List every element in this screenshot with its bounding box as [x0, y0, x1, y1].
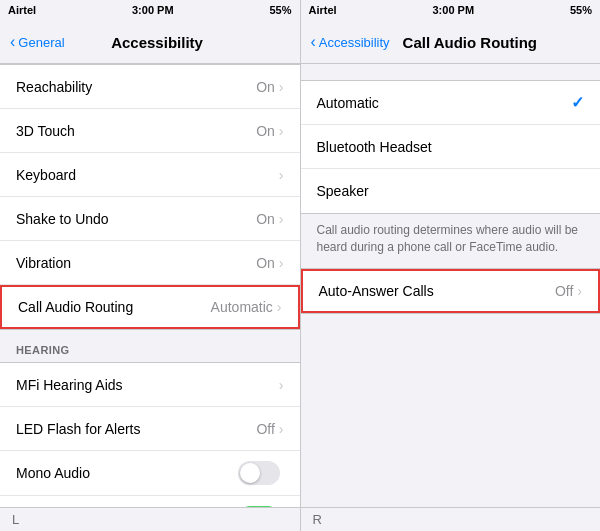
auto-answer-chevron: ›: [577, 283, 582, 299]
right-audio-group: Automatic ✓ Bluetooth Headset Speaker: [301, 80, 601, 214]
auto-answer-row[interactable]: Auto-Answer Calls Off ›: [301, 269, 601, 313]
left-settings-list: Reachability On › 3D Touch On › Keyboard…: [0, 64, 300, 507]
vibration-row[interactable]: Vibration On ›: [0, 241, 300, 285]
speaker-row[interactable]: Speaker: [301, 169, 601, 213]
hearing-group: MFi Hearing Aids › LED Flash for Alerts …: [0, 362, 300, 507]
call-audio-routing-chevron: ›: [277, 299, 282, 315]
right-back-chevron: ‹: [311, 34, 316, 50]
keyboard-chevron: ›: [279, 167, 284, 183]
mono-audio-row[interactable]: Mono Audio: [0, 451, 300, 496]
led-flash-value: Off: [256, 421, 274, 437]
noise-cancel-toggle[interactable]: [238, 506, 280, 507]
left-nav-bar: ‹ General Accessibility: [0, 20, 300, 64]
right-bottom-label: R: [313, 512, 322, 527]
automatic-row[interactable]: Automatic ✓: [301, 81, 601, 125]
automatic-checkmark: ✓: [571, 93, 584, 112]
left-battery: 55%: [269, 4, 291, 16]
led-flash-label: LED Flash for Alerts: [16, 421, 256, 437]
auto-answer-value: Off: [555, 283, 573, 299]
right-carrier: Airtel: [309, 4, 337, 16]
shake-undo-value: On: [256, 211, 275, 227]
vibration-label: Vibration: [16, 255, 256, 271]
shake-undo-chevron: ›: [279, 211, 284, 227]
left-bottom-bar: L: [0, 507, 300, 531]
3dtouch-row[interactable]: 3D Touch On ›: [0, 109, 300, 153]
right-info-text: Call audio routing determines where audi…: [301, 214, 601, 268]
automatic-label: Automatic: [317, 95, 572, 111]
shake-undo-label: Shake to Undo: [16, 211, 256, 227]
left-bottom-label: L: [12, 512, 19, 527]
led-flash-row[interactable]: LED Flash for Alerts Off ›: [0, 407, 300, 451]
right-answer-group: Auto-Answer Calls Off ›: [301, 268, 601, 314]
mfi-hearing-row[interactable]: MFi Hearing Aids ›: [0, 363, 300, 407]
reachability-value: On: [256, 79, 275, 95]
left-status-bar: Airtel 3:00 PM 55%: [0, 0, 300, 20]
led-flash-chevron: ›: [279, 421, 284, 437]
reachability-row[interactable]: Reachability On ›: [0, 65, 300, 109]
vibration-chevron: ›: [279, 255, 284, 271]
3dtouch-chevron: ›: [279, 123, 284, 139]
right-battery: 55%: [570, 4, 592, 16]
vibration-value: On: [256, 255, 275, 271]
right-panel: ‹ Accessibility Call Audio Routing Autom…: [301, 20, 601, 531]
bluetooth-headset-label: Bluetooth Headset: [317, 139, 585, 155]
right-nav-title: Call Audio Routing: [350, 34, 590, 51]
right-time: 3:00 PM: [433, 4, 475, 16]
right-nav-bar: ‹ Accessibility Call Audio Routing: [301, 20, 601, 64]
left-back-chevron: ‹: [10, 34, 15, 50]
call-audio-routing-value: Automatic: [211, 299, 273, 315]
hearing-section-header: HEARING: [0, 330, 300, 362]
call-audio-routing-row[interactable]: Call Audio Routing Automatic ›: [0, 285, 300, 329]
mono-audio-label: Mono Audio: [16, 465, 238, 481]
left-main-group: Reachability On › 3D Touch On › Keyboard…: [0, 64, 300, 330]
keyboard-row[interactable]: Keyboard ›: [0, 153, 300, 197]
bluetooth-headset-row[interactable]: Bluetooth Headset: [301, 125, 601, 169]
reachability-chevron: ›: [279, 79, 284, 95]
mfi-hearing-label: MFi Hearing Aids: [16, 377, 279, 393]
auto-answer-label: Auto-Answer Calls: [319, 283, 555, 299]
reachability-label: Reachability: [16, 79, 256, 95]
3dtouch-label: 3D Touch: [16, 123, 256, 139]
speaker-label: Speaker: [317, 183, 585, 199]
right-bottom-bar: R: [301, 507, 601, 531]
noise-cancel-row[interactable]: Phone Noise Cancellation: [0, 496, 300, 507]
mono-audio-toggle-thumb: [240, 463, 260, 483]
keyboard-label: Keyboard: [16, 167, 279, 183]
mono-audio-toggle[interactable]: [238, 461, 280, 485]
right-settings-list: Automatic ✓ Bluetooth Headset Speaker Ca…: [301, 64, 601, 507]
call-audio-routing-label: Call Audio Routing: [18, 299, 211, 315]
left-time: 3:00 PM: [132, 4, 174, 16]
3dtouch-value: On: [256, 123, 275, 139]
right-status-bar: Airtel 3:00 PM 55%: [301, 0, 601, 20]
left-nav-title: Accessibility: [25, 34, 290, 51]
left-panel: ‹ General Accessibility Reachability On …: [0, 20, 300, 531]
left-carrier: Airtel: [8, 4, 36, 16]
mfi-hearing-chevron: ›: [279, 377, 284, 393]
shake-undo-row[interactable]: Shake to Undo On ›: [0, 197, 300, 241]
